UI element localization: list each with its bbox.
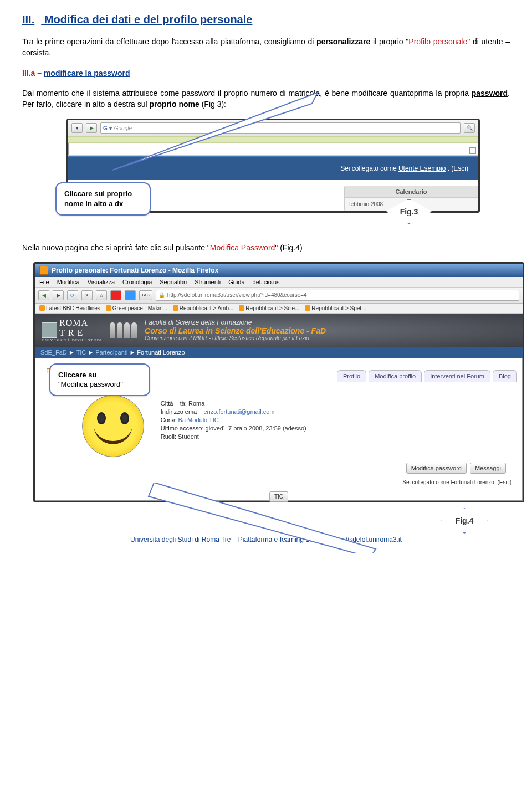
menu-edit[interactable]: Modifica — [57, 279, 80, 285]
subsection-heading: III.a – modificare la password — [22, 68, 510, 79]
menubar: FFileile Modifica Visualizza Cronologia … — [35, 277, 523, 288]
hero-line-3: Convenzione con il MIUR - Ufficio Scolas… — [145, 335, 326, 341]
avatar — [82, 395, 144, 457]
hero-line-2: Corso di Laurea in Scienze dell'Educazio… — [145, 326, 326, 335]
tab-modifica-profilo[interactable]: Modifica profilo — [369, 370, 422, 382]
nav-toolbar: ◀ ▶ ⟳ ✕ ⌂ TAG 🔒 http://sdefol.uniroma3.i… — [35, 288, 523, 304]
search-icon[interactable]: 🔍 — [464, 123, 475, 133]
section-title: Modifica dei dati e del profilo personal… — [44, 13, 253, 25]
paragraph-2: Nella nuova pagina che si aprirà fate cl… — [22, 242, 510, 253]
ext-icon-2[interactable] — [125, 290, 136, 300]
section-heading: III. Modifica dei dati e del profilo per… — [22, 13, 510, 26]
breadcrumb: SdE_FaD ► TIC ► Partecipanti ► Fortunati… — [35, 347, 523, 358]
subsection-number: III.a – — [22, 69, 42, 78]
tag-icon[interactable]: TAG — [139, 290, 152, 300]
section-number: III. — [22, 13, 34, 25]
crumb-current: Fortunati Lorenzo — [137, 349, 185, 356]
menu-tools[interactable]: Strumenti — [195, 279, 221, 285]
tab-strip — [68, 136, 478, 143]
bookmark-item[interactable]: Repubblica.it > Scie... — [239, 305, 299, 311]
stop-icon[interactable]: ✕ — [81, 290, 93, 300]
profile-details: Città tà: Roma Indirizzo ema enzo.fortun… — [161, 398, 306, 457]
dropdown-icon[interactable]: ▾ — [71, 123, 83, 133]
paragraph-1: Dal momento che il sistema attribuisce c… — [22, 88, 510, 110]
user-name-link[interactable]: Utente Esempio — [398, 165, 446, 172]
search-input[interactable]: G▾ Google — [100, 122, 461, 134]
hero-line-1: Facoltà di Scienze della Formazione — [145, 319, 326, 326]
tab-interventi-forum[interactable]: Interventi nei Forum — [424, 370, 490, 382]
menu-delicious[interactable]: del.icio.us — [253, 279, 280, 285]
forward-icon[interactable]: ▶ — [53, 290, 64, 300]
tab-blog[interactable]: Blog — [493, 370, 517, 382]
bookmark-item[interactable]: Repubblica.it > Amb... — [173, 305, 234, 311]
intro-paragraph: Tra le prime operazioni da effettuare do… — [22, 36, 510, 59]
firefox-icon — [39, 266, 48, 275]
login-strip: Sei collegato come Utente Esempio . (Esc… — [68, 156, 478, 180]
figure-4-label: Fig.4 — [441, 508, 488, 534]
callout-modifica-password: Cliccare su "Modifica password" — [49, 363, 150, 396]
university-logo: ROMA TRE UNIVERSITÀ DEGLI STUDI — [42, 318, 102, 342]
bookmark-item[interactable]: Latest BBC Headlines — [39, 305, 100, 311]
menu-help[interactable]: Guida — [228, 279, 244, 285]
modifica-password-button[interactable]: Modifica password — [406, 463, 467, 474]
menu-view[interactable]: Visualizza — [88, 279, 115, 285]
bookmarks-bar: Latest BBC Headlines Greenpeace - Makin.… — [35, 304, 523, 314]
callout-pointer-icon — [143, 483, 387, 553]
menu-file[interactable]: FFileile — [39, 279, 49, 285]
menu-bookmarks[interactable]: Segnalibri — [160, 279, 187, 285]
minimize-icon[interactable]: - — [469, 147, 476, 154]
svg-marker-1 — [149, 483, 376, 553]
reload-icon[interactable]: ⟳ — [67, 290, 78, 300]
crumb-link[interactable]: SdE_FaD — [40, 349, 67, 356]
home-icon[interactable]: ⌂ — [96, 290, 107, 300]
tab-profilo[interactable]: Profilo — [337, 370, 366, 382]
callout-click-name: Cliccare sul proprio nome in alto a dx — [55, 182, 151, 215]
bookmark-item[interactable]: Repubblica.it > Spet... — [305, 305, 366, 311]
address-bar[interactable]: 🔒 http://sdefol.uniroma3.it/user/view.ph… — [156, 290, 519, 301]
ext-icon-1[interactable] — [110, 290, 121, 300]
crumb-link[interactable]: Partecipanti — [95, 349, 127, 356]
hero-banner: ROMA TRE UNIVERSITÀ DEGLI STUDI Facoltà … — [35, 314, 523, 347]
window-titlebar: Profilo personale: Fortunati Lorenzo - M… — [35, 264, 523, 277]
bookmark-item[interactable]: Greenpeace - Makin... — [106, 305, 167, 311]
messaggi-button[interactable]: Messaggi — [470, 463, 506, 474]
figure-4-frame: Profilo personale: Fortunati Lorenzo - M… — [33, 262, 524, 502]
subsection-title: modificare la password — [44, 69, 130, 78]
browser-toolbar: ▾ ▶ G▾ Google 🔍 — [68, 120, 478, 136]
menu-history[interactable]: Cronologia — [122, 279, 152, 285]
crumb-link[interactable]: TIC — [76, 349, 86, 356]
back-icon[interactable]: ◀ — [38, 290, 49, 300]
play-icon[interactable]: ▶ — [86, 123, 97, 133]
